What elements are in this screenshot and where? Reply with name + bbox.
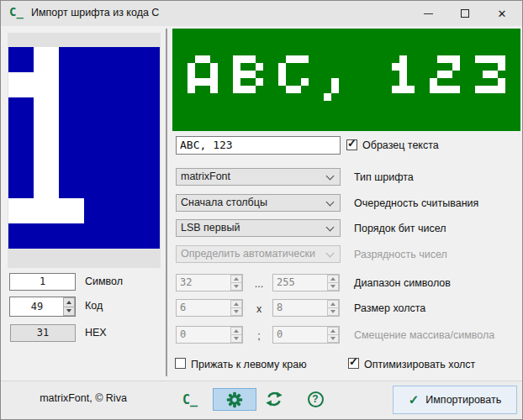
char-preview-panel xyxy=(8,33,161,268)
range-separator: ... xyxy=(248,278,270,290)
hex-field: 31 xyxy=(10,324,76,342)
symbol-label: Символ xyxy=(85,276,123,287)
refresh-button[interactable] xyxy=(265,390,283,408)
code-spinner[interactable]: 49 xyxy=(9,297,76,317)
spin-down-button xyxy=(327,283,339,291)
chevron-down-icon xyxy=(326,223,335,232)
reading-order-label: Очередность считывания xyxy=(354,197,478,209)
import-font-dialog: C_ Импорт шрифта из кода C ✕ 1 Символ 49… xyxy=(0,0,523,420)
offset-symbol-spinner: 0 xyxy=(272,326,340,344)
char-range-to-spinner: 255 xyxy=(272,274,340,291)
gear-icon xyxy=(226,391,243,408)
status-text: matrixFont, © Riva xyxy=(1,392,166,404)
spin-up-button[interactable] xyxy=(63,297,75,307)
optimize-canvas-label: Оптимизировать холст xyxy=(364,359,475,370)
import-button[interactable]: ✓ Импортировать xyxy=(393,386,517,414)
refresh-icon xyxy=(265,390,283,408)
check-icon: ✓ xyxy=(349,356,358,367)
title-bar: C_ Импорт шрифта из кода C ✕ xyxy=(1,1,522,26)
close-icon: ✕ xyxy=(498,8,507,19)
align-left-checkbox[interactable] xyxy=(175,358,186,369)
bit-order-label: Порядок бит чисел xyxy=(354,223,446,234)
canvas-height-spinner: 8 xyxy=(272,299,340,317)
close-button[interactable]: ✕ xyxy=(489,4,515,23)
spin-up-button xyxy=(327,275,339,283)
help-button[interactable]: ? xyxy=(306,390,325,408)
align-left-label: Прижать к левому краю xyxy=(191,359,307,370)
arrow-up-icon xyxy=(66,301,71,304)
spin-up-button xyxy=(327,327,339,335)
sample-text-checkbox-label: Образец текста xyxy=(362,139,439,151)
arrow-down-icon xyxy=(66,309,71,312)
code-label: Код xyxy=(85,300,103,312)
preview-text-canvas xyxy=(172,29,520,131)
bit-order-select[interactable]: LSB первый xyxy=(176,219,341,237)
spin-down-button xyxy=(327,308,339,316)
question-icon: ? xyxy=(308,391,324,407)
spin-down-button xyxy=(230,308,242,316)
reading-order-select[interactable]: Сначала столбцы xyxy=(176,194,341,212)
size-separator: x xyxy=(248,303,270,315)
spin-up-button xyxy=(327,300,339,308)
canvas-width-spinner: 6 xyxy=(176,299,243,317)
font-type-select[interactable]: matrixFont xyxy=(176,168,341,186)
number-width-label: Разрядность чисел xyxy=(354,249,447,260)
canvas-size-label: Размер холста xyxy=(354,302,425,314)
offset-separator: ; xyxy=(248,330,270,342)
status-bar: matrixFont, © Riva C_ xyxy=(1,381,522,419)
app-icon: C_ xyxy=(9,5,24,18)
spin-up-button xyxy=(230,327,242,335)
spin-up-button xyxy=(230,300,242,308)
number-width-select: Определить автоматически xyxy=(176,245,341,263)
import-button-label: Импортировать xyxy=(425,394,501,406)
font-type-label: Тип шрифта xyxy=(354,171,414,183)
font-preview-panel xyxy=(172,29,520,131)
symbol-field[interactable]: 1 xyxy=(9,273,76,291)
code-value: 49 xyxy=(10,297,64,316)
spin-down-button xyxy=(327,335,339,343)
minimize-icon xyxy=(424,13,433,14)
check-icon: ✓ xyxy=(347,138,357,149)
sample-text-checkbox[interactable]: ✓ xyxy=(346,139,357,150)
optimize-canvas-checkbox[interactable]: ✓ xyxy=(348,358,359,369)
chevron-down-icon xyxy=(326,249,335,258)
chevron-down-icon xyxy=(326,172,335,181)
spin-down-button xyxy=(230,335,242,343)
check-icon: ✓ xyxy=(409,392,420,407)
chevron-down-icon xyxy=(326,198,335,207)
char-pixel-canvas xyxy=(8,47,160,249)
char-range-from-spinner: 32 xyxy=(176,274,243,291)
char-range-label: Диапазон символов xyxy=(354,277,451,289)
spin-down-button[interactable] xyxy=(63,307,75,317)
hex-label: HEX xyxy=(85,327,107,339)
maximize-button[interactable] xyxy=(452,4,478,23)
spin-up-button xyxy=(230,275,242,283)
window-title: Импорт шрифта из кода C xyxy=(31,7,159,18)
settings-button[interactable] xyxy=(213,388,256,411)
spin-down-button xyxy=(230,283,242,291)
panel-splitter[interactable] xyxy=(166,29,167,376)
offset-array-spinner: 0 xyxy=(176,326,243,344)
minimize-button[interactable] xyxy=(415,4,441,23)
logo-button[interactable]: C_ xyxy=(176,388,204,411)
maximize-icon xyxy=(461,9,469,18)
sample-text-input[interactable]: ABC, 123 xyxy=(176,136,341,155)
offset-label: Смещение массива/символа xyxy=(354,329,494,341)
